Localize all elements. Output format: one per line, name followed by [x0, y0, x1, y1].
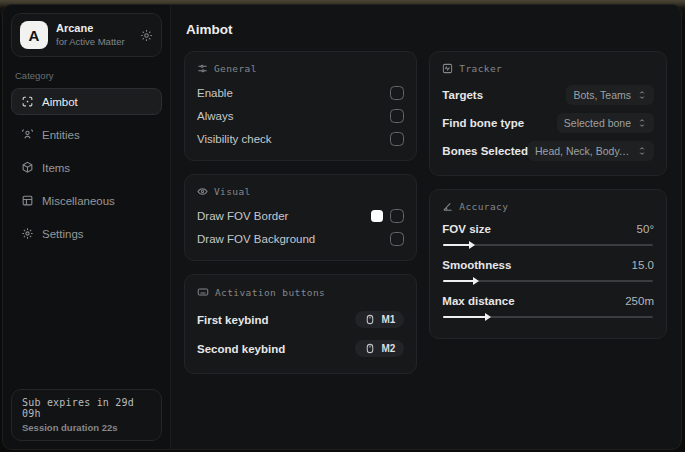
card-header-label: Visual	[214, 186, 251, 197]
person-scan-icon	[21, 128, 34, 141]
second-keybind-button[interactable]: M2	[355, 340, 404, 357]
sidebar-item-items[interactable]: Items	[11, 154, 162, 181]
sidebar-item-label: Aimbot	[42, 96, 78, 108]
sidebar: A Arcane for Active Matter Category Aimb…	[3, 5, 171, 449]
sidebar-item-label: Entities	[42, 129, 80, 141]
mouse-icon	[364, 314, 376, 325]
game-backdrop: A Arcane for Active Matter Category Aimb…	[0, 0, 685, 452]
setting-row-always: Always	[197, 105, 404, 126]
keybind-value: M1	[381, 314, 395, 325]
accuracy-card: Accuracy FOV size 50°	[429, 189, 667, 339]
unfold-icon	[637, 118, 647, 128]
visibility-check-checkbox[interactable]	[390, 132, 404, 146]
bones-selected-dropdown[interactable]: Head, Neck, Body, Pe…	[528, 141, 654, 161]
slider-value: 250m	[625, 295, 654, 307]
enable-checkbox[interactable]	[390, 86, 404, 100]
setting-row-fov-background: Draw FOV Background	[197, 228, 404, 249]
setting-label: Targets	[442, 89, 483, 101]
setting-row-targets: Targets Bots, Teams	[442, 82, 654, 108]
subscription-info-box: Sub expires in 29d 09h Session duration …	[11, 389, 162, 441]
eye-icon	[197, 186, 208, 197]
setting-label: FOV size	[442, 223, 491, 235]
slider-row-smoothness: Smoothness 15.0	[442, 256, 654, 285]
setting-row-find-bone-type: Find bone type Selected bone	[442, 110, 654, 136]
general-card: General Enable Always Visibility check	[184, 51, 417, 161]
logo-card: A Arcane for Active Matter	[11, 13, 162, 57]
gear-icon	[21, 227, 34, 240]
setting-label: Enable	[197, 87, 233, 99]
card-header-label: General	[214, 63, 257, 74]
angle-icon	[442, 201, 453, 212]
card-header-label: Accuracy	[459, 201, 508, 212]
slider-thumb[interactable]	[469, 241, 475, 249]
fov-background-checkbox[interactable]	[390, 232, 404, 246]
setting-label: Draw FOV Border	[197, 210, 288, 222]
slider-thumb[interactable]	[485, 313, 491, 321]
always-checkbox[interactable]	[390, 109, 404, 123]
unfold-icon	[637, 146, 647, 156]
setting-row-second-keybind: Second keybind M2	[197, 335, 404, 362]
sidebar-item-entities[interactable]: Entities	[11, 121, 162, 148]
app-title: Arcane	[56, 22, 132, 36]
setting-label: Always	[197, 110, 233, 122]
setting-row-first-keybind: First keybind M1	[197, 306, 404, 333]
first-keybind-button[interactable]: M1	[355, 311, 404, 328]
max-distance-slider[interactable]	[443, 313, 653, 321]
cheat-menu-window: A Arcane for Active Matter Category Aimb…	[2, 4, 682, 450]
setting-row-visibility-check: Visibility check	[197, 128, 404, 149]
category-label: Category	[15, 70, 158, 81]
fov-size-slider[interactable]	[443, 241, 653, 249]
mouse-icon	[364, 343, 376, 354]
page-title: Aimbot	[186, 22, 667, 37]
session-duration-text: Session duration 22s	[22, 422, 151, 433]
app-subtitle: for Active Matter	[56, 36, 132, 48]
crosshair-scan-icon	[21, 95, 34, 108]
panel-icon	[21, 194, 34, 207]
slider-value: 15.0	[632, 259, 654, 271]
setting-label: Max distance	[442, 295, 514, 307]
slider-row-max-distance: Max distance 250m	[442, 292, 654, 321]
sidebar-item-miscellaneous[interactable]: Miscellaneous	[11, 187, 162, 214]
dropdown-value: Selected bone	[564, 117, 631, 129]
sidebar-item-label: Miscellaneous	[42, 195, 115, 207]
sidebar-item-label: Items	[42, 162, 70, 174]
setting-label: First keybind	[197, 314, 269, 326]
targets-dropdown[interactable]: Bots, Teams	[566, 85, 654, 105]
visual-card: Visual Draw FOV Border Draw FOV Backgrou…	[184, 174, 417, 261]
dropdown-value: Bots, Teams	[573, 89, 631, 101]
setting-label: Second keybind	[197, 343, 285, 355]
keybind-value: M2	[381, 343, 395, 354]
card-header-label: Tracker	[459, 63, 502, 74]
unfold-icon	[637, 90, 647, 100]
card-header-label: Activation buttons	[215, 287, 325, 298]
slider-row-fov-size: FOV size 50°	[442, 220, 654, 249]
find-bone-type-dropdown[interactable]: Selected bone	[557, 113, 654, 133]
smoothness-slider[interactable]	[443, 277, 653, 285]
fov-border-color-swatch[interactable]	[371, 210, 383, 222]
app-logo: A	[20, 21, 48, 49]
sidebar-item-label: Settings	[42, 228, 84, 240]
dropdown-value: Head, Neck, Body, Pe…	[535, 145, 631, 157]
activity-icon	[442, 63, 453, 74]
sidebar-item-aimbot[interactable]: Aimbot	[11, 88, 162, 115]
slider-value: 50°	[637, 223, 654, 235]
fov-border-checkbox[interactable]	[390, 209, 404, 223]
setting-row-bones-selected: Bones Selected Head, Neck, Body, Pe…	[442, 138, 654, 164]
setting-label: Bones Selected	[442, 145, 528, 157]
setting-label: Draw FOV Background	[197, 233, 315, 245]
setting-label: Visibility check	[197, 133, 272, 145]
cube-icon	[21, 161, 34, 174]
sliders-icon	[197, 63, 208, 74]
sub-expiry-text: Sub expires in 29d 09h	[22, 397, 151, 419]
slider-thumb[interactable]	[473, 277, 479, 285]
main-panel: Aimbot General Enable	[171, 5, 681, 449]
setting-row-enable: Enable	[197, 82, 404, 103]
sidebar-item-settings[interactable]: Settings	[11, 220, 162, 247]
gear-icon[interactable]	[140, 29, 153, 42]
setting-label: Smoothness	[442, 259, 511, 271]
keyboard-icon	[197, 286, 209, 298]
setting-row-fov-border: Draw FOV Border	[197, 205, 404, 226]
category-nav: Aimbot Entities Items Miscellaneous	[11, 88, 162, 247]
setting-label: Find bone type	[442, 117, 524, 129]
tracker-card: Tracker Targets Bots, Teams Find bone ty…	[429, 51, 667, 176]
